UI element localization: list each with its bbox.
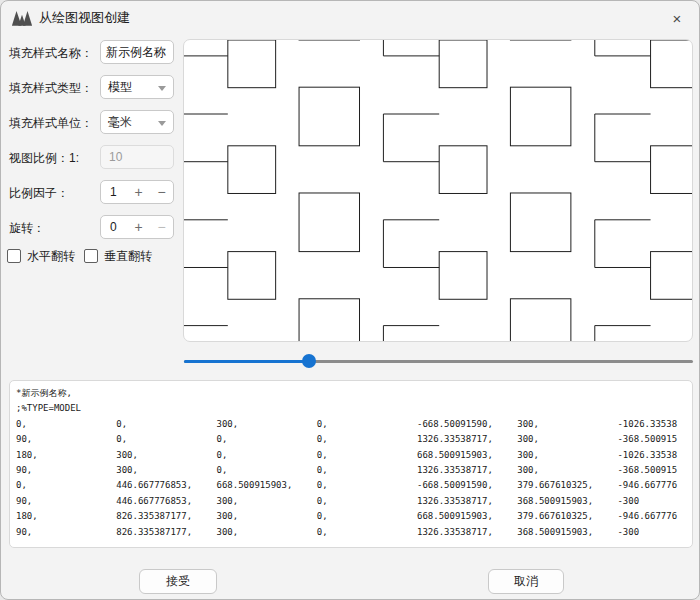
chevron-down-icon: [158, 86, 166, 91]
view-scale-input: 10: [100, 145, 174, 169]
label-view-scale: 视图比例：1:: [9, 146, 79, 170]
pattern-definition-text: *新示例名称, ;%TYPE=MODEL 0, 0, 300, 0, -668.…: [10, 381, 692, 540]
label-fill-pattern-unit: 填充样式单位：: [9, 111, 93, 135]
pattern-unit-value: 毫米: [108, 114, 132, 131]
flip-vertical-checkbox[interactable]: [84, 249, 98, 263]
close-icon[interactable]: ×: [662, 6, 692, 30]
rotation-minus-button[interactable]: −: [150, 219, 173, 235]
scale-factor-stepper: 1 + −: [100, 180, 174, 204]
label-rotation: 旋转：: [9, 216, 45, 240]
label-fill-pattern-name: 填充样式名称：: [9, 41, 93, 65]
flip-vertical-label: 垂直翻转: [104, 248, 152, 265]
rotation-value[interactable]: 0: [101, 220, 127, 234]
slider-track-fill: [184, 360, 309, 363]
pattern-type-select[interactable]: 模型: [100, 75, 174, 99]
hatch-preview-panel: [183, 39, 693, 342]
cancel-button[interactable]: 取消: [488, 569, 564, 594]
scale-factor-minus-button[interactable]: −: [150, 184, 173, 200]
flip-vertical-option[interactable]: 垂直翻转: [84, 248, 152, 264]
flip-horizontal-option[interactable]: 水平翻转: [7, 248, 75, 264]
label-scale-factor: 比例因子：: [9, 181, 69, 205]
accept-button[interactable]: 接受: [139, 569, 217, 594]
rotation-plus-button[interactable]: +: [127, 219, 150, 235]
flip-horizontal-label: 水平翻转: [27, 248, 75, 265]
preview-zoom-slider[interactable]: [184, 353, 693, 369]
rotation-stepper: 0 + −: [100, 215, 174, 239]
app-logo-icon: [11, 8, 33, 27]
pattern-type-value: 模型: [108, 79, 132, 96]
chevron-down-icon: [158, 121, 166, 126]
pattern-name-input[interactable]: 新示例名称: [100, 40, 174, 64]
flip-horizontal-checkbox[interactable]: [7, 249, 21, 263]
pattern-definition-box[interactable]: *新示例名称, ;%TYPE=MODEL 0, 0, 300, 0, -668.…: [9, 380, 693, 548]
hatch-preview-svg: [184, 40, 692, 341]
label-fill-pattern-type: 填充样式类型：: [9, 76, 93, 100]
scale-factor-plus-button[interactable]: +: [127, 184, 150, 200]
slider-thumb[interactable]: [302, 354, 316, 368]
dialog-create-from-drawing-view: 从绘图视图创建 × 填充样式名称： 填充样式类型： 填充样式单位： 视图比例：1…: [0, 0, 700, 600]
scale-factor-value[interactable]: 1: [101, 185, 127, 199]
window-title: 从绘图视图创建: [39, 9, 130, 27]
title-bar: 从绘图视图创建 ×: [1, 1, 699, 33]
pattern-unit-select[interactable]: 毫米: [100, 110, 174, 134]
